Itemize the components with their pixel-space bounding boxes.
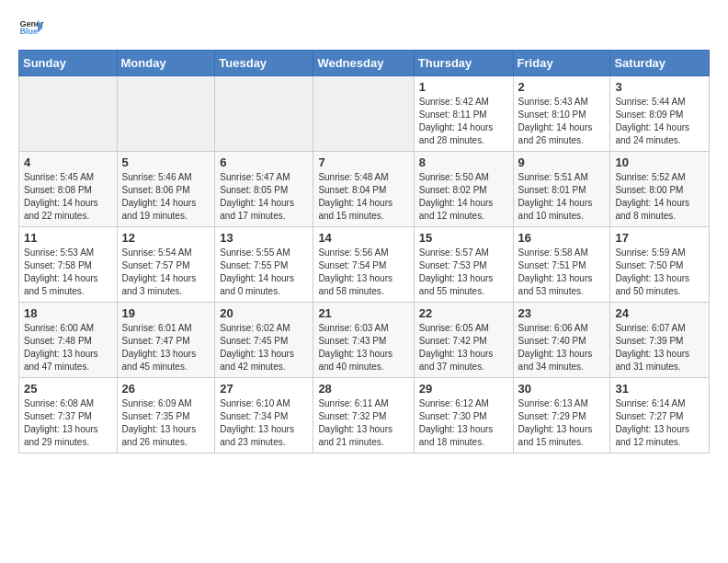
calendar-cell [117,76,215,152]
day-info: Sunrise: 5:44 AM Sunset: 8:09 PM Dayligh… [615,96,704,147]
day-number: 6 [220,155,308,169]
day-info: Sunrise: 5:46 AM Sunset: 8:06 PM Dayligh… [122,171,210,223]
calendar-cell: 30Sunrise: 6:13 AM Sunset: 7:29 PM Dayli… [513,378,610,454]
day-number: 20 [220,306,308,320]
calendar-cell: 8Sunrise: 5:50 AM Sunset: 8:02 PM Daylig… [414,152,513,227]
day-number: 15 [419,231,508,245]
day-number: 25 [24,382,112,396]
calendar-cell: 14Sunrise: 5:56 AM Sunset: 7:54 PM Dayli… [313,227,414,303]
day-number: 8 [419,155,508,169]
day-info: Sunrise: 5:55 AM Sunset: 7:55 PM Dayligh… [220,247,308,298]
day-info: Sunrise: 5:45 AM Sunset: 8:08 PM Dayligh… [24,171,112,223]
day-number: 28 [318,382,408,396]
weekday-header-wednesday: Wednesday [313,51,414,76]
calendar-cell: 2Sunrise: 5:43 AM Sunset: 8:10 PM Daylig… [513,76,610,152]
weekday-header-saturday: Saturday [610,51,710,76]
day-info: Sunrise: 5:58 AM Sunset: 7:51 PM Dayligh… [518,247,606,298]
logo-icon: General Blue [18,15,44,40]
day-info: Sunrise: 6:11 AM Sunset: 7:32 PM Dayligh… [318,397,408,449]
svg-text:Blue: Blue [19,27,38,36]
day-info: Sunrise: 6:06 AM Sunset: 7:40 PM Dayligh… [518,322,606,373]
calendar-cell: 21Sunrise: 6:03 AM Sunset: 7:43 PM Dayli… [313,303,414,378]
day-info: Sunrise: 6:07 AM Sunset: 7:39 PM Dayligh… [615,322,704,373]
calendar-cell: 20Sunrise: 6:02 AM Sunset: 7:45 PM Dayli… [215,303,313,378]
calendar-cell: 31Sunrise: 6:14 AM Sunset: 7:27 PM Dayli… [610,378,710,454]
calendar-cell: 19Sunrise: 6:01 AM Sunset: 7:47 PM Dayli… [117,303,215,378]
calendar-cell [215,76,313,152]
calendar-week-row: 25Sunrise: 6:08 AM Sunset: 7:37 PM Dayli… [19,378,710,454]
day-number: 9 [518,155,606,169]
day-info: Sunrise: 6:08 AM Sunset: 7:37 PM Dayligh… [24,397,112,449]
day-info: Sunrise: 5:52 AM Sunset: 8:00 PM Dayligh… [615,171,704,223]
calendar-cell: 25Sunrise: 6:08 AM Sunset: 7:37 PM Dayli… [19,378,118,454]
day-number: 29 [419,382,508,396]
day-info: Sunrise: 6:10 AM Sunset: 7:34 PM Dayligh… [220,397,308,449]
day-info: Sunrise: 6:14 AM Sunset: 7:27 PM Dayligh… [615,397,704,449]
day-number: 18 [24,306,112,320]
day-info: Sunrise: 5:54 AM Sunset: 7:57 PM Dayligh… [122,247,210,298]
day-number: 24 [615,306,704,320]
day-number: 21 [318,306,408,320]
day-info: Sunrise: 5:47 AM Sunset: 8:05 PM Dayligh… [220,171,308,223]
day-info: Sunrise: 5:50 AM Sunset: 8:02 PM Dayligh… [419,171,508,223]
day-info: Sunrise: 5:57 AM Sunset: 7:53 PM Dayligh… [419,247,508,298]
weekday-header-monday: Monday [117,51,215,76]
day-number: 26 [122,382,210,396]
day-number: 2 [518,80,606,94]
day-number: 16 [518,231,606,245]
calendar-cell: 10Sunrise: 5:52 AM Sunset: 8:00 PM Dayli… [610,152,710,227]
calendar-week-row: 18Sunrise: 6:00 AM Sunset: 7:48 PM Dayli… [19,303,710,378]
day-number: 4 [24,155,112,169]
header: General Blue [18,15,710,40]
day-info: Sunrise: 6:01 AM Sunset: 7:47 PM Dayligh… [122,322,210,373]
calendar-header-row: SundayMondayTuesdayWednesdayThursdayFrid… [19,51,710,76]
calendar-cell: 13Sunrise: 5:55 AM Sunset: 7:55 PM Dayli… [215,227,313,303]
day-number: 12 [122,231,210,245]
calendar-week-row: 1Sunrise: 5:42 AM Sunset: 8:11 PM Daylig… [19,76,710,152]
calendar-cell: 3Sunrise: 5:44 AM Sunset: 8:09 PM Daylig… [610,76,710,152]
calendar-cell: 24Sunrise: 6:07 AM Sunset: 7:39 PM Dayli… [610,303,710,378]
day-info: Sunrise: 5:59 AM Sunset: 7:50 PM Dayligh… [615,247,704,298]
day-number: 11 [24,231,112,245]
calendar-cell: 22Sunrise: 6:05 AM Sunset: 7:42 PM Dayli… [414,303,513,378]
day-number: 31 [615,382,704,396]
day-number: 30 [518,382,606,396]
calendar-cell: 4Sunrise: 5:45 AM Sunset: 8:08 PM Daylig… [19,152,118,227]
day-number: 1 [419,80,508,94]
calendar-cell: 23Sunrise: 6:06 AM Sunset: 7:40 PM Dayli… [513,303,610,378]
weekday-header-friday: Friday [513,51,610,76]
calendar-cell: 27Sunrise: 6:10 AM Sunset: 7:34 PM Dayli… [215,378,313,454]
calendar-cell: 29Sunrise: 6:12 AM Sunset: 7:30 PM Dayli… [414,378,513,454]
day-info: Sunrise: 5:42 AM Sunset: 8:11 PM Dayligh… [419,96,508,147]
calendar-week-row: 11Sunrise: 5:53 AM Sunset: 7:58 PM Dayli… [19,227,710,303]
day-number: 17 [615,231,704,245]
day-number: 3 [615,80,704,94]
calendar-cell: 5Sunrise: 5:46 AM Sunset: 8:06 PM Daylig… [117,152,215,227]
calendar-cell: 6Sunrise: 5:47 AM Sunset: 8:05 PM Daylig… [215,152,313,227]
calendar-cell: 7Sunrise: 5:48 AM Sunset: 8:04 PM Daylig… [313,152,414,227]
day-number: 13 [220,231,308,245]
day-info: Sunrise: 6:12 AM Sunset: 7:30 PM Dayligh… [419,397,508,449]
calendar-cell [19,76,118,152]
calendar-cell: 17Sunrise: 5:59 AM Sunset: 7:50 PM Dayli… [610,227,710,303]
day-info: Sunrise: 5:51 AM Sunset: 8:01 PM Dayligh… [518,171,606,223]
weekday-header-tuesday: Tuesday [215,51,313,76]
day-info: Sunrise: 6:13 AM Sunset: 7:29 PM Dayligh… [518,397,606,449]
weekday-header-sunday: Sunday [19,51,118,76]
calendar-cell: 9Sunrise: 5:51 AM Sunset: 8:01 PM Daylig… [513,152,610,227]
weekday-header-thursday: Thursday [414,51,513,76]
calendar-cell: 26Sunrise: 6:09 AM Sunset: 7:35 PM Dayli… [117,378,215,454]
day-number: 19 [122,306,210,320]
day-number: 7 [318,155,408,169]
calendar-week-row: 4Sunrise: 5:45 AM Sunset: 8:08 PM Daylig… [19,152,710,227]
calendar-cell: 18Sunrise: 6:00 AM Sunset: 7:48 PM Dayli… [19,303,118,378]
day-info: Sunrise: 6:03 AM Sunset: 7:43 PM Dayligh… [318,322,408,373]
logo: General Blue [18,15,44,40]
day-info: Sunrise: 5:53 AM Sunset: 7:58 PM Dayligh… [24,247,112,298]
day-number: 5 [122,155,210,169]
day-info: Sunrise: 5:43 AM Sunset: 8:10 PM Dayligh… [518,96,606,147]
day-info: Sunrise: 6:02 AM Sunset: 7:45 PM Dayligh… [220,322,308,373]
day-number: 22 [419,306,508,320]
day-number: 10 [615,155,704,169]
calendar-cell: 11Sunrise: 5:53 AM Sunset: 7:58 PM Dayli… [19,227,118,303]
